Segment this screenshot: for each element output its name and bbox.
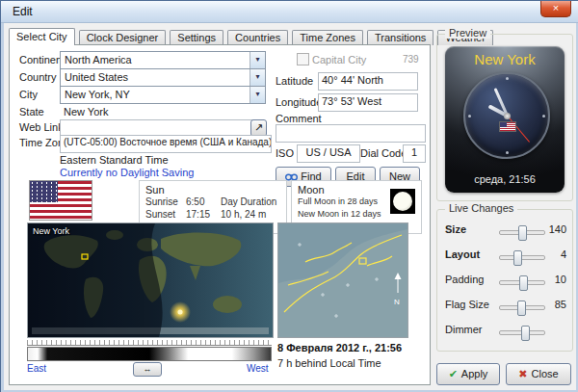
swap-arrows-icon: ↔ <box>144 364 152 374</box>
tab-settings[interactable]: Settings <box>170 30 223 45</box>
local-datetime-text: 8 Февраля 2012 г., 21:56 <box>277 342 402 353</box>
flag-size-label: Flag Size <box>445 299 489 310</box>
select-city-page: Continent North America ▾ Country United… <box>9 44 431 385</box>
swap-direction-button[interactable]: ↔ <box>133 362 162 377</box>
tick-6 <box>506 151 509 154</box>
slider-row-size: Size 140 <box>437 222 572 241</box>
state-label: State <box>19 106 44 118</box>
dial-code-label: Dial Code <box>360 147 407 159</box>
chevron-down-icon[interactable]: ▾ <box>250 87 265 103</box>
slider-thumb[interactable] <box>513 250 522 266</box>
apply-button-label: Apply <box>461 368 488 379</box>
moon-panel-title: Moon <box>298 184 325 196</box>
sun-panel-title: Sun <box>145 184 165 196</box>
world-map-image <box>28 223 273 337</box>
new-moon-text: New Moon in 12 days <box>298 209 381 219</box>
clock-face <box>463 72 550 159</box>
longitude-field[interactable]: 73° 53' West <box>318 93 418 112</box>
size-value: 140 <box>538 223 566 235</box>
map-city-label: New York <box>33 226 69 236</box>
north-label: N <box>394 298 400 306</box>
window-title: Edit <box>13 5 33 18</box>
continent-label: Continent <box>19 54 65 65</box>
slider-row-layout: Layout 4 <box>437 247 572 266</box>
day-duration-label: Day Duration <box>221 196 276 207</box>
local-offset-text: 7 h behind Local Time <box>277 357 381 369</box>
chevron-down-icon[interactable]: ▾ <box>250 69 265 86</box>
country-select[interactable]: United States ▾ <box>60 68 266 87</box>
country-flag <box>29 180 92 221</box>
titlebar[interactable]: Edit × <box>1 1 578 23</box>
tick-12 <box>506 77 509 80</box>
clock-center-cap <box>504 113 511 119</box>
tab-select-city[interactable]: Select City <box>9 28 75 45</box>
sunrise-value: 6:50 <box>186 196 204 207</box>
slider-thumb[interactable] <box>518 225 527 241</box>
apply-button[interactable]: ✔Apply <box>436 363 500 385</box>
west-label: West <box>247 363 269 374</box>
sunrise-label: Sunrise <box>145 196 178 207</box>
capital-city-checkbox[interactable] <box>297 53 309 65</box>
day-duration-value: 10 h, 24 m <box>221 209 266 220</box>
preview-group: Preview New York среда, 21:56 <box>436 34 573 201</box>
latitude-field[interactable]: 40° 44' North <box>318 72 418 91</box>
slider-row-padding: Padding 10 <box>437 272 572 291</box>
live-changes-title: Live Changes <box>445 202 517 214</box>
sunset-value: 17:15 <box>186 209 210 220</box>
close-button-label: Close <box>532 368 559 379</box>
record-id: 739 <box>403 54 419 65</box>
longitude-ruler <box>27 340 272 346</box>
slider-thumb[interactable] <box>519 275 528 291</box>
dimmer-label: Dimmer <box>445 324 483 335</box>
country-label: Country <box>19 71 57 83</box>
timezone-name-text: Eastern Standard Time <box>60 154 169 166</box>
padding-value: 10 <box>538 274 566 285</box>
city-value: New York, NY <box>65 89 248 100</box>
padding-label: Padding <box>445 274 484 285</box>
slider-thumb[interactable] <box>517 301 526 316</box>
city-tab-control: Select City Clock Designer Settings Coun… <box>9 28 431 385</box>
timezone-field[interactable]: (UTC-05:00) Восточное время (США и Канад… <box>60 135 272 153</box>
iso-field[interactable]: US / USA <box>297 144 360 163</box>
continent-select[interactable]: North America ▾ <box>60 51 266 69</box>
longitude-label: Longitude <box>276 96 322 108</box>
dimmer-slider[interactable] <box>499 330 545 335</box>
tab-clock-designer[interactable]: Clock Designer <box>79 30 167 45</box>
tab-strip: Select City Clock Designer Settings Coun… <box>9 28 431 45</box>
city-label: City <box>19 89 38 100</box>
day-night-strip[interactable] <box>27 347 272 361</box>
country-value: United States <box>65 71 248 83</box>
slider-row-flag-size: Flag Size 85 <box>437 297 572 316</box>
city-select[interactable]: New York, NY ▾ <box>60 86 266 104</box>
east-label: East <box>27 363 46 374</box>
slider-thumb[interactable] <box>521 326 530 341</box>
open-link-icon: ↗ <box>254 121 263 133</box>
edit-dialog: Edit × Select City Clock Designer Settin… <box>0 0 578 392</box>
dial-code-field[interactable]: 1 <box>403 144 426 163</box>
region-map[interactable]: N <box>277 222 408 338</box>
chevron-down-icon[interactable]: ▾ <box>250 52 265 68</box>
tab-countries[interactable]: Countries <box>227 30 288 45</box>
moon-disc <box>393 192 412 211</box>
capital-city-label: Capital City <box>312 54 366 65</box>
live-changes-group: Live Changes Size 140 Layout 4 Padding 1… <box>436 209 573 352</box>
sunset-label: Sunset <box>145 209 175 220</box>
dst-status-text: Currently no Daylight Saving <box>60 167 194 178</box>
x-icon: ✖ <box>518 368 527 379</box>
clock-city-name: New York <box>445 51 565 67</box>
window-close-button[interactable]: × <box>540 1 571 17</box>
check-icon: ✔ <box>449 368 458 379</box>
comment-field[interactable] <box>276 124 426 143</box>
flag-size-value: 85 <box>538 299 566 310</box>
layout-label: Layout <box>445 248 480 260</box>
region-map-image: N <box>278 223 407 337</box>
tab-transitions[interactable]: Transitions <box>367 30 434 45</box>
layout-value: 4 <box>538 248 566 260</box>
iso-label: ISO <box>276 147 294 159</box>
tab-time-zones[interactable]: Time Zones <box>292 30 363 45</box>
close-icon: × <box>553 2 559 13</box>
flag-canton <box>30 181 58 202</box>
close-button[interactable]: ✖Close <box>506 363 571 385</box>
clock-flag <box>499 121 516 132</box>
world-map[interactable]: New York <box>27 222 274 338</box>
